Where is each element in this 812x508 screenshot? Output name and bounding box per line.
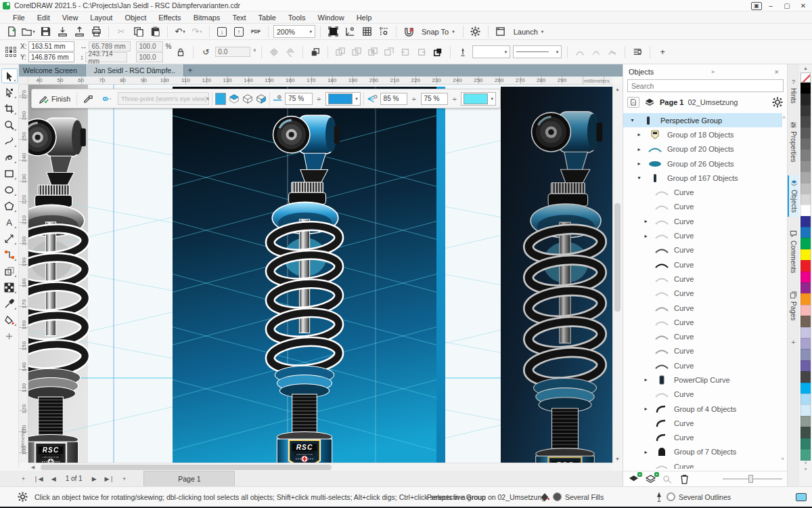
objects-tree-row[interactable]: Curve <box>623 416 782 430</box>
import-doc-icon[interactable]: ↓ <box>215 25 229 39</box>
tool-ellipse[interactable] <box>1 182 18 197</box>
objects-tree-row[interactable]: Curve <box>623 200 782 214</box>
grid-opacity-icon[interactable] <box>367 94 378 104</box>
fill-swatch[interactable] <box>553 492 562 501</box>
palette-swatch[interactable] <box>800 305 811 316</box>
plane-fill-swatch[interactable] <box>215 93 226 105</box>
palette-swatch[interactable] <box>800 282 811 294</box>
print-icon[interactable] <box>89 25 104 39</box>
new-tab-icon[interactable]: + <box>184 64 196 77</box>
add-page-after-icon[interactable]: + <box>118 475 130 482</box>
palette-swatch[interactable] <box>800 105 811 117</box>
horizon-line-opacity-icon[interactable] <box>273 94 282 104</box>
horizontal-ruler[interactable]: millimeters 4050607080901001101201301401… <box>28 77 612 85</box>
last-page-icon[interactable]: ▶❘ <box>101 475 118 482</box>
scroll-up-icon[interactable]: ▲ <box>613 85 622 93</box>
grid-opacity-field[interactable]: 75 % <box>421 93 448 105</box>
expand-icon[interactable]: ▸ <box>635 131 643 137</box>
app-badge-icon[interactable]: ▣ <box>751 2 762 10</box>
snap-off-icon[interactable] <box>401 25 416 39</box>
undo-icon[interactable]: ↶▾ <box>173 25 187 39</box>
new-layer-icon[interactable]: + <box>629 474 640 484</box>
horizon-color-dropdown[interactable]: ▾ <box>325 92 361 106</box>
page-label[interactable]: Page 1 <box>660 98 683 106</box>
palette-swatch[interactable] <box>800 416 811 427</box>
delete-icon[interactable] <box>679 474 691 484</box>
layer-name[interactable]: 02_Umsetzung <box>687 98 738 106</box>
close-button[interactable]: ✕ <box>796 1 811 11</box>
minimize-button[interactable]: – <box>763 1 778 11</box>
objects-tree-row[interactable]: ▸Curve <box>623 228 782 242</box>
plane-left-icon[interactable] <box>242 93 253 105</box>
objects-tree-row[interactable]: Curve <box>623 272 782 286</box>
menu-item-object[interactable]: Object <box>118 12 152 24</box>
palette-swatch[interactable] <box>800 93 811 105</box>
create-boundary-icon[interactable] <box>431 45 445 59</box>
expand-icon[interactable]: ▸ <box>642 233 650 239</box>
lock-ratio-icon[interactable] <box>174 45 187 59</box>
palette-swatch[interactable] <box>800 138 811 150</box>
publish-pdf-icon[interactable]: PDF <box>248 25 263 39</box>
new-document-icon[interactable] <box>4 25 19 39</box>
page-thumbnail-icon[interactable] <box>627 97 639 108</box>
palette-swatch[interactable] <box>800 272 811 283</box>
docker-close-icon[interactable]: × <box>772 68 782 76</box>
objects-tree-row[interactable]: ▸Group of 7 Objects <box>623 445 782 459</box>
objects-tree-row[interactable]: Curve <box>623 185 782 199</box>
objects-tree-row[interactable]: ▸Curve <box>623 214 782 228</box>
outline-swatch[interactable] <box>667 492 675 501</box>
tool-zoom[interactable] <box>1 117 18 132</box>
no-color-swatch[interactable] <box>800 72 811 83</box>
palette-swatch[interactable] <box>800 183 811 194</box>
menu-item-edit[interactable]: Edit <box>31 12 56 24</box>
tree-scroll-up-icon[interactable]: ˄ <box>782 114 786 121</box>
right-artwork[interactable] <box>501 87 612 463</box>
objects-tree-row[interactable]: ▸Group of 4 Objects <box>623 402 782 416</box>
tool-shape[interactable] <box>1 85 18 100</box>
show-grid-icon[interactable] <box>359 25 374 39</box>
objects-tree-row[interactable]: ▸PowerClip Curve <box>623 373 782 387</box>
tool-dimension[interactable] <box>1 231 18 246</box>
y-position-field[interactable]: 146.876 mm <box>28 52 74 62</box>
palette-scroll-down-icon[interactable]: ˅ <box>804 461 807 467</box>
objects-tree-row[interactable]: Curve <box>623 459 782 469</box>
launch-dropdown[interactable]: Launch▾ <box>510 24 547 39</box>
objects-tree-row[interactable]: Curve <box>623 287 782 301</box>
menu-item-window[interactable]: Window <box>312 12 351 24</box>
next-page-icon[interactable]: ▶ <box>88 475 101 482</box>
vertical-scroll-thumb[interactable] <box>614 203 621 312</box>
paste-icon[interactable] <box>148 25 162 39</box>
objects-tree-row[interactable]: Curve <box>623 329 782 343</box>
outline-pen-icon[interactable] <box>456 45 470 59</box>
palette-swatch[interactable] <box>800 293 811 305</box>
open-icon[interactable]: ▾ <box>21 25 36 39</box>
palette-swatch[interactable] <box>800 171 811 183</box>
expand-icon[interactable]: ▾ <box>629 117 636 123</box>
horizontal-scroll-thumb[interactable] <box>41 465 332 470</box>
grid-opacity-slider[interactable]: ÷ <box>451 95 459 103</box>
scroll-down-icon[interactable]: ▼ <box>613 454 622 463</box>
objects-tree-row[interactable]: ▸Group of 20 Objects <box>623 142 782 156</box>
palette-swatch[interactable] <box>800 238 811 249</box>
expand-icon[interactable]: ▸ <box>642 406 650 412</box>
object-origin-selector[interactable] <box>4 45 18 59</box>
menu-item-layout[interactable]: Layout <box>84 12 118 24</box>
objects-tree-row[interactable]: Curve <box>623 301 782 315</box>
layer-stack-icon[interactable] <box>644 97 656 108</box>
status-gear-icon[interactable] <box>18 492 28 502</box>
shock-absorber-right[interactable] <box>521 105 609 463</box>
horizontal-scrollbar[interactable]: ◀ <box>28 463 612 471</box>
docker-tab-properties[interactable]: Properties <box>788 117 800 167</box>
docker-tab-comments[interactable]: Comments <box>788 226 800 277</box>
palette-swatch[interactable] <box>800 83 811 94</box>
grid-fill-field[interactable]: 85 % <box>380 93 407 105</box>
menu-item-file[interactable]: File <box>7 12 31 24</box>
palette-swatch[interactable] <box>800 349 811 360</box>
palette-swatch[interactable] <box>800 327 811 339</box>
tool-fill[interactable] <box>1 312 18 327</box>
objects-tree-row[interactable]: Curve <box>623 315 782 329</box>
plane-top-icon[interactable] <box>229 93 240 105</box>
menu-item-view[interactable]: View <box>56 12 85 24</box>
scale-x-field[interactable]: 100.0 <box>136 41 163 51</box>
palette-swatch[interactable] <box>800 404 811 416</box>
